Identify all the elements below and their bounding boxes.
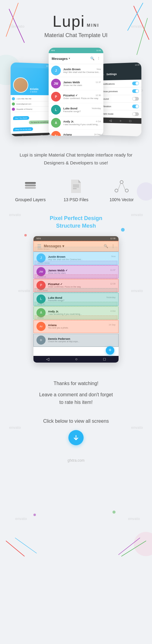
list-item[interactable]: Ar Ariana 24 Sep You sent you a photo. (49, 129, 103, 136)
sender-name: Ariana (63, 133, 72, 136)
back-icon: ◁ (46, 357, 49, 361)
svg-line-17 (15, 538, 36, 553)
message-time: 4 Oct (96, 120, 101, 122)
thanks-line1: Thanks for watching! (12, 381, 140, 386)
avatar: L (51, 105, 61, 115)
feature-label: Grouped Layers (14, 197, 47, 202)
list-item: D Dennis Pedersen Check the samples at M… (33, 334, 119, 347)
list-item[interactable]: J Justin Brown Now Hey! We shall visit t… (49, 64, 103, 77)
sender-name: Luke Bond (63, 107, 78, 110)
phone-left: 12:30 Kristin 2 active +123 456-789-789 (11, 62, 52, 136)
message-preview: I was wondering if you could bring... (63, 123, 101, 126)
message-time: Now (111, 255, 116, 258)
more-icon[interactable]: ⋮ (97, 57, 100, 60)
sender-name: Justin Brown (63, 68, 81, 71)
sender-name: Dennis Pedersen (48, 337, 70, 340)
settings-row: Vibration (100, 103, 141, 111)
view-all-screens-button[interactable] (68, 430, 84, 445)
app-title: Lupi (53, 12, 85, 30)
toggle-sound[interactable] (132, 97, 139, 101)
list-item[interactable]: L Luke Bond Yesterday Favourite songs? (49, 103, 103, 116)
sender-name: Andy Jr. (63, 120, 74, 123)
settings-header: ← Settings (100, 67, 141, 80)
phone-bottom-bar: ◁ ○ □ (100, 118, 141, 124)
toggle-previews[interactable] (132, 89, 139, 93)
profile-row: Republic of Dreamy (12, 106, 51, 112)
back-icon: ◁ (109, 119, 112, 122)
list-item[interactable]: JW James Webb 11:37 Show me the stars (49, 77, 103, 90)
list-item: Ariana Ar Ariana 24 Sep You sent you a p… (33, 320, 119, 333)
settings-row: Dark mode (100, 110, 141, 118)
profile-row: +123 456-789-789 (12, 96, 51, 102)
pixel-section: Pixel Perfect Design Structure Mesh MINI… (0, 212, 152, 368)
sender-name: Justin Brown (48, 255, 65, 258)
messages-list: J Justin Brown Now Hey! We shall visit t… (49, 64, 103, 136)
home-icon: ○ (119, 119, 121, 122)
messages-title-text: Messages (52, 57, 68, 60)
structure-mesh-container: MINI 12:30 ☰ Messages ▾ 🔍 ⋮ (0, 236, 152, 363)
settings-row: Show previews (100, 87, 141, 95)
recent-icon: □ (103, 357, 106, 361)
svg-line-16 (6, 541, 24, 556)
svg-point-12 (125, 189, 128, 192)
svg-point-11 (115, 189, 118, 192)
features-section: Grouped Layers 13 PSD Files 100% Vec (0, 173, 152, 212)
toggle-dark[interactable] (132, 112, 139, 116)
message-time: 11:37 (95, 81, 101, 83)
message-preview: Check the samples at MyLoops... (48, 340, 116, 343)
avatar: Ar (51, 131, 61, 136)
feature-label: 13 PSD Files (59, 197, 93, 202)
message-preview: Order confirmed. Pizza on the way. (48, 286, 116, 288)
fab-button[interactable]: + (106, 346, 114, 355)
feature-psd-files: 13 PSD Files (59, 179, 93, 202)
feature-grouped-layers: Grouped Layers (14, 179, 47, 202)
message-preview: You sent you a photo. (48, 327, 116, 329)
svg-rect-6 (25, 184, 36, 186)
message-time: Yesterday (106, 296, 116, 299)
message-preview: Favourite songs? (48, 299, 116, 301)
settings-label: Show previews (102, 90, 118, 93)
avatar: JW (51, 79, 61, 88)
avatar: J (51, 66, 61, 75)
settings-list: Notifications Show previews Sound Vibrat… (100, 80, 141, 118)
click-text: Click below to view all screens (12, 418, 140, 424)
settings-label: Dark mode (102, 112, 113, 115)
avatar: P (51, 92, 61, 102)
message-preview: Order confirmed. Pizza on the way. (63, 97, 101, 100)
svg-line-18 (122, 541, 146, 556)
settings-label: Vibration (102, 105, 111, 108)
message-preview: Show me the stars (63, 84, 101, 87)
vector-icon (114, 179, 129, 194)
settings-title: Settings (106, 73, 117, 76)
bottom-nav-bar: ◁ ○ □ (33, 356, 119, 363)
sender-name: James Webb (63, 81, 80, 84)
message-time: 12:30 (110, 283, 116, 286)
avatar: A (51, 118, 61, 128)
settings-row: Sound (100, 95, 141, 103)
list-item[interactable]: A Andy Jr. 4 Oct I was wondering if you … (49, 116, 103, 129)
toggle-notifications[interactable] (132, 81, 139, 85)
thanks-section: Thanks for watching! Leave a comment and… (0, 369, 152, 412)
svg-line-14 (118, 183, 121, 190)
hero-section: Lupi MINI Material Chat Template UI (0, 0, 152, 45)
search-icon[interactable]: 🔍 (90, 57, 95, 60)
feature-vector: 100% Vector (105, 179, 138, 202)
mini-label: MINI (87, 23, 99, 28)
toggle-vibration[interactable] (132, 105, 139, 108)
phone-right: 12:30 ← Settings Notifications Show prev… (100, 62, 141, 136)
svg-rect-7 (25, 182, 36, 184)
phone-center: MINI 12:30 Messages ▾ 🔍 ⋮ J Justin Brown… (49, 48, 103, 136)
feature-label: 100% Vector (105, 197, 138, 202)
leave-comment-text: Leave a comment and don't forget to rate… (12, 391, 140, 406)
profile-name: Kristin (30, 88, 39, 91)
list-item[interactable]: P PizzaHut ✓ 12:30 Order confirmed. Pizz… (49, 90, 103, 103)
message-time: Yesterday (92, 107, 101, 109)
structure-phone: MINI 12:30 ☰ Messages ▾ 🔍 ⋮ (33, 236, 119, 363)
recent-icon: □ (129, 119, 131, 122)
svg-line-15 (123, 183, 125, 190)
layered-screen: MINI 12:30 ☰ Messages ▾ 🔍 ⋮ (33, 236, 119, 363)
description-section: Lupi is simple Material Chat template in… (0, 142, 152, 173)
message-preview: I was wondering if you could bring... (48, 313, 116, 315)
click-section: Click below to view all screens (0, 412, 152, 454)
profile-avatar (13, 77, 28, 93)
